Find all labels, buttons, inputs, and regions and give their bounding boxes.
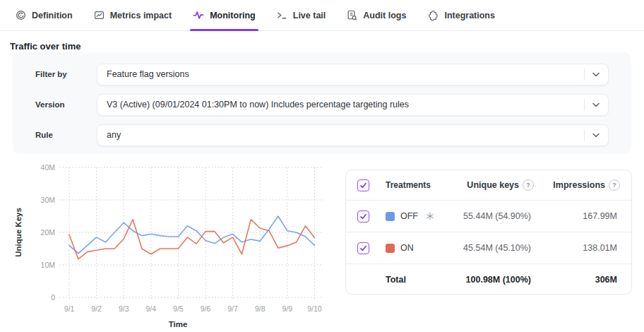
tab-bar: Definition Metrics impact Monitoring Liv… bbox=[0, 0, 644, 31]
table-header-row: Treatments Unique keys ? Impressions ? bbox=[346, 170, 631, 200]
svg-text:9/10: 9/10 bbox=[307, 304, 322, 313]
treatment-name: OFF bbox=[400, 211, 418, 221]
treatment-row-on: ON 45.54M (45.10%) 138.01M bbox=[346, 232, 631, 263]
treatment-row-off: OFF 55.44M (54.90%) 167.99M bbox=[346, 200, 631, 232]
tab-label: Integrations bbox=[444, 11, 495, 20]
tab-integrations[interactable]: Integrations bbox=[427, 0, 495, 30]
monitoring-icon bbox=[193, 10, 204, 20]
svg-text:9/6: 9/6 bbox=[201, 304, 211, 313]
svg-text:30M: 30M bbox=[41, 196, 55, 204]
svg-text:9/2: 9/2 bbox=[91, 304, 102, 313]
off-row-checkbox[interactable] bbox=[357, 211, 369, 223]
tab-metrics-impact[interactable]: Metrics impact bbox=[94, 0, 172, 30]
line-chart-canvas: 010M20M30M40M9/19/29/39/49/59/69/79/89/9… bbox=[0, 159, 332, 331]
tab-label: Audit logs bbox=[363, 11, 406, 20]
tab-audit-logs[interactable]: Audit logs bbox=[347, 0, 406, 30]
chevron-down-icon[interactable] bbox=[584, 95, 608, 115]
total-row: Total 100.98M (100%) 306M bbox=[346, 263, 631, 295]
version-value: V3 (Active) (09/01/2024 01:30PM to now) … bbox=[107, 95, 574, 115]
traffic-over-time-chart: 010M20M30M40M9/19/29/39/49/59/69/79/89/9… bbox=[0, 159, 332, 331]
svg-text:9/4: 9/4 bbox=[145, 304, 156, 313]
tab-label: Monitoring bbox=[210, 11, 256, 20]
default-treatment-icon bbox=[426, 212, 434, 220]
impressions-header: Impressions bbox=[553, 180, 605, 190]
total-unique-keys: 100.98M (100%) bbox=[435, 275, 534, 285]
page-title: Traffic over time bbox=[10, 41, 80, 52]
on-series-swatch bbox=[386, 244, 395, 253]
svg-text:9/8: 9/8 bbox=[255, 304, 266, 313]
svg-text:Unique Keys: Unique Keys bbox=[14, 208, 23, 257]
filter-row-filter-by: Filter by Feature flag versions bbox=[13, 64, 631, 85]
svg-text:9/7: 9/7 bbox=[227, 304, 238, 313]
filter-row-version: Version V3 (Active) (09/01/2024 01:30PM … bbox=[13, 94, 631, 116]
tab-monitoring[interactable]: Monitoring bbox=[193, 0, 256, 30]
on-impressions: 138.01M bbox=[534, 243, 620, 253]
treatments-header: Treatments bbox=[386, 180, 435, 190]
rule-value: any bbox=[107, 125, 574, 146]
metrics-impact-icon bbox=[94, 10, 105, 20]
filter-by-select[interactable]: Feature flag versions bbox=[97, 64, 609, 85]
svg-text:40M: 40M bbox=[41, 163, 55, 172]
off-unique-keys: 55.44M (54.90%) bbox=[435, 211, 534, 221]
filter-by-value: Feature flag versions bbox=[107, 64, 574, 85]
on-row-checkbox[interactable] bbox=[357, 242, 369, 254]
filter-by-label: Filter by bbox=[35, 64, 93, 85]
svg-text:20M: 20M bbox=[41, 228, 55, 237]
version-select[interactable]: V3 (Active) (09/01/2024 01:30PM to now) … bbox=[97, 94, 609, 116]
total-label: Total bbox=[386, 275, 435, 285]
tab-label: Metrics impact bbox=[110, 11, 172, 20]
help-icon[interactable]: ? bbox=[523, 179, 534, 191]
treatment-name: ON bbox=[400, 243, 414, 253]
off-impressions: 167.99M bbox=[534, 211, 620, 221]
rule-label: Rule bbox=[35, 124, 93, 146]
svg-text:10M: 10M bbox=[41, 261, 55, 269]
audit-logs-icon bbox=[347, 10, 357, 20]
select-all-checkbox[interactable] bbox=[357, 179, 369, 191]
svg-text:9/9: 9/9 bbox=[282, 304, 292, 313]
svg-text:9/3: 9/3 bbox=[119, 304, 129, 313]
tab-live-tail[interactable]: Live tail bbox=[277, 0, 326, 30]
tab-label: Definition bbox=[32, 11, 73, 20]
svg-text:Time: Time bbox=[169, 320, 188, 328]
filter-panel: Filter by Feature flag versions Version … bbox=[13, 52, 631, 154]
tab-definition[interactable]: Definition bbox=[16, 0, 73, 30]
integrations-icon bbox=[427, 10, 439, 21]
live-tail-icon bbox=[277, 10, 287, 20]
tab-label: Live tail bbox=[293, 11, 326, 20]
active-tab-underline bbox=[190, 29, 258, 31]
chevron-down-icon[interactable] bbox=[584, 64, 608, 85]
definition-icon bbox=[16, 10, 26, 20]
filter-row-rule: Rule any bbox=[13, 124, 631, 146]
svg-text:9/5: 9/5 bbox=[173, 304, 184, 313]
unique-keys-header: Unique keys bbox=[467, 180, 519, 190]
total-impressions: 306M bbox=[534, 275, 620, 285]
treatments-table: Treatments Unique keys ? Impressions ? O… bbox=[345, 170, 632, 295]
svg-text:9/1: 9/1 bbox=[64, 304, 75, 313]
on-unique-keys: 45.54M (45.10%) bbox=[435, 243, 534, 253]
rule-select[interactable]: any bbox=[97, 124, 609, 146]
chevron-down-icon[interactable] bbox=[584, 125, 608, 146]
version-label: Version bbox=[35, 94, 93, 116]
off-series-swatch bbox=[386, 212, 395, 221]
svg-text:0: 0 bbox=[51, 293, 55, 302]
help-icon[interactable]: ? bbox=[609, 179, 620, 191]
